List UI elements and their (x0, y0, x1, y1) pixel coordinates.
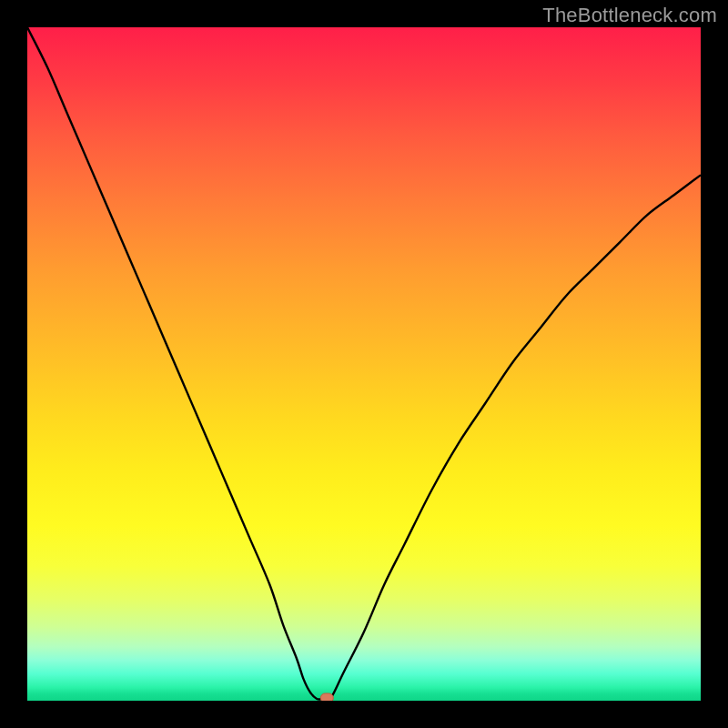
chart-frame: TheBottleneck.com (0, 0, 728, 728)
plot-area (27, 27, 701, 701)
bottleneck-curve (27, 27, 701, 701)
watermark-text: TheBottleneck.com (542, 4, 717, 27)
optimal-point-marker (320, 693, 333, 701)
curve-svg (27, 27, 701, 701)
